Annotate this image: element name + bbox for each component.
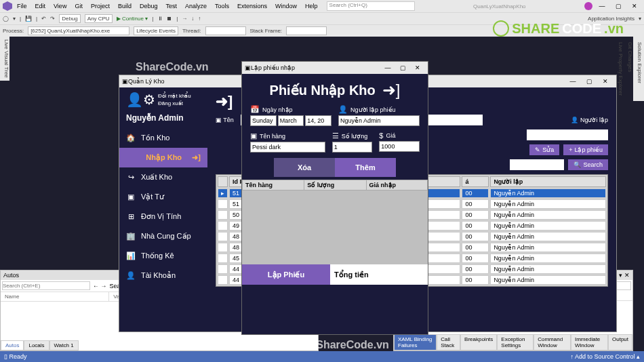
tab-autos[interactable]: Autos — [1, 340, 24, 350]
date-dow[interactable] — [250, 115, 277, 126]
tab-output[interactable]: Output — [608, 334, 632, 350]
menu-analyze[interactable]: Analyze — [182, 1, 210, 11]
stack-combo[interactable] — [286, 26, 327, 35]
nav-label: Xuất Kho — [141, 173, 172, 182]
sidebar-item-3[interactable]: ▣Vật Tư — [119, 187, 207, 207]
lifecycle-combo[interactable]: Lifecycle Events — [134, 26, 178, 35]
ten-label: ▣ Tên — [216, 117, 234, 123]
vs-left-tab[interactable]: Live Visual Tree — [0, 37, 9, 81]
nguoi-lap-input[interactable] — [527, 129, 608, 140]
dialog-icon: ▣ — [245, 64, 251, 71]
app-maximize[interactable]: ▢ — [581, 78, 597, 85]
tab-live-property[interactable]: Live Property Explorer — [616, 39, 625, 98]
nav-label: Nhà Cung Cấp — [141, 232, 191, 241]
menu-build[interactable]: Build — [115, 1, 135, 11]
sidebar-item-4[interactable]: ⊞Đơn Vị Tính — [119, 207, 207, 226]
menu-view[interactable]: View — [50, 1, 70, 11]
gia-input[interactable] — [379, 141, 420, 152]
dialog-title: Lập phiếu nhập — [251, 64, 380, 71]
menu-debug[interactable]: Debug — [136, 1, 161, 11]
sharecode-logo: SHARECODE.vn — [493, 20, 624, 37]
menu-window[interactable]: Window — [272, 1, 300, 11]
maximize-button[interactable]: ▢ — [611, 3, 625, 9]
app-sidebar: 👤⚙ Đổi mật khẩu Đăng xuất Nguyễn Admin 🏠… — [119, 87, 207, 331]
nav-label: Tồn Kho — [141, 134, 169, 142]
date-month[interactable] — [278, 115, 304, 126]
person-icon: 👤 — [338, 105, 348, 114]
tab-breakpoints[interactable]: Breakpoints — [460, 334, 497, 350]
thread-combo[interactable] — [205, 26, 246, 35]
tab-immediate[interactable]: Immediate Window — [571, 334, 608, 350]
watermark-top: ShareCode.vn — [136, 61, 209, 73]
tab-cmdwin[interactable]: Command Window — [534, 334, 571, 350]
menu-git[interactable]: Git — [71, 1, 86, 11]
process-combo[interactable]: [6252] QuanLyXuatNhapKho.exe — [28, 26, 129, 35]
them-button[interactable]: Thêm — [335, 158, 396, 177]
nav-icon: 📊 — [126, 252, 136, 260]
tab-solution-explorer[interactable]: Solution Explorer — [635, 39, 644, 98]
tab-locals[interactable]: Locals — [24, 340, 49, 350]
continue-button[interactable]: ▶ Continue ▾ — [117, 16, 148, 22]
username-label: Nguyễn Admin — [119, 112, 207, 128]
lap-phieu-submit-button[interactable]: Lập Phiếu — [242, 264, 330, 285]
sidebar-item-2[interactable]: ↪Xuất Kho — [119, 167, 207, 187]
logout-link[interactable]: Đăng xuất — [158, 100, 191, 107]
lap-phieu-button[interactable]: + Lập phiếu — [563, 144, 608, 155]
menu-test[interactable]: Test — [162, 1, 180, 11]
dialog-items-grid[interactable]: Tên hàng Số lượng Giá nhập — [242, 180, 428, 264]
tab-callstack[interactable]: Call Stack — [437, 334, 460, 350]
status-ready: ▯ Ready — [4, 353, 27, 360]
tab-xaml-bind[interactable]: XAML Binding Failures — [394, 334, 437, 350]
nguoi-lap-phieu-input[interactable] — [338, 115, 420, 126]
add-source-control[interactable]: ↑ Add to Source Control ▴ — [570, 353, 640, 360]
app-close[interactable]: ✕ — [597, 78, 613, 85]
tab-git-changes[interactable]: Git Changes — [625, 39, 635, 98]
ngay-nhap-label: 📅Ngày nhập — [250, 105, 331, 114]
sidebar-item-5[interactable]: 🏢Nhà Cung Cấp — [119, 226, 207, 246]
vs-statusbar: ▯ Ready ↑ Add to Source Control ▴ — [0, 351, 644, 362]
minimize-button[interactable]: — — [595, 3, 609, 9]
dialog-minimize[interactable]: — — [380, 64, 395, 71]
sua-button[interactable]: ✎ Sửa — [529, 144, 559, 155]
nguoi-lap-label: 👤 Người lập — [571, 117, 608, 123]
ten-hang-label: ▣Tên hàng — [250, 132, 325, 140]
platform-combo[interactable]: Any CPU — [85, 14, 113, 23]
sidebar-item-1[interactable]: Nhập Kho➜] — [119, 148, 207, 167]
so-luong-label: ☰Số lượng — [332, 132, 373, 140]
tab-watch1[interactable]: Watch 1 — [49, 340, 79, 350]
ten-hang-input[interactable] — [250, 142, 325, 153]
search-button[interactable]: 🔍 Search — [568, 159, 608, 170]
menu-extensions[interactable]: Extensions — [234, 1, 270, 11]
nav-label: Nhập Kho — [146, 153, 182, 162]
nav-icon: ⊞ — [126, 212, 136, 221]
autos-search-input[interactable] — [2, 281, 90, 290]
box-icon: ▣ — [250, 132, 257, 140]
date-day[interactable] — [305, 115, 331, 126]
menu-edit[interactable]: Edit — [32, 1, 49, 11]
dialog-close[interactable]: ✕ — [410, 64, 425, 71]
tab-exception[interactable]: Exception Settings — [497, 334, 534, 350]
close-button[interactable]: ✕ — [628, 3, 641, 9]
dialog-titlebar: ▣ Lập phiếu nhập — ▢ ✕ — [242, 62, 428, 74]
app-icon: ▣ — [122, 78, 128, 85]
menu-file[interactable]: File — [14, 1, 31, 11]
dollar-icon: $ — [379, 132, 383, 140]
vs-search-input[interactable]: Search (Ctrl+Q) — [327, 1, 415, 11]
sidebar-item-7[interactable]: 👤Tài Khoản — [119, 266, 207, 285]
config-combo[interactable]: Debug — [59, 14, 81, 23]
back-icon[interactable]: ◯ — [3, 16, 9, 22]
change-password-link[interactable]: Đổi mật khẩu — [158, 92, 191, 100]
user-avatar-icon[interactable] — [584, 2, 592, 10]
sidebar-item-6[interactable]: 📊Thống Kê — [119, 246, 207, 266]
nav-icon: 👤 — [126, 271, 136, 280]
search-input[interactable] — [510, 159, 564, 170]
menu-project[interactable]: Project — [87, 1, 113, 11]
menu-tools[interactable]: Tools — [212, 1, 233, 11]
so-luong-input[interactable] — [332, 142, 373, 153]
sidebar-item-0[interactable]: 🏠Tồn Kho — [119, 128, 207, 148]
nav-icon: 🏢 — [126, 232, 136, 241]
app-minimize[interactable]: — — [565, 78, 581, 85]
dialog-maximize[interactable]: ▢ — [395, 64, 410, 71]
xoa-button[interactable]: Xóa — [274, 158, 335, 177]
menu-help[interactable]: Help — [302, 1, 321, 11]
